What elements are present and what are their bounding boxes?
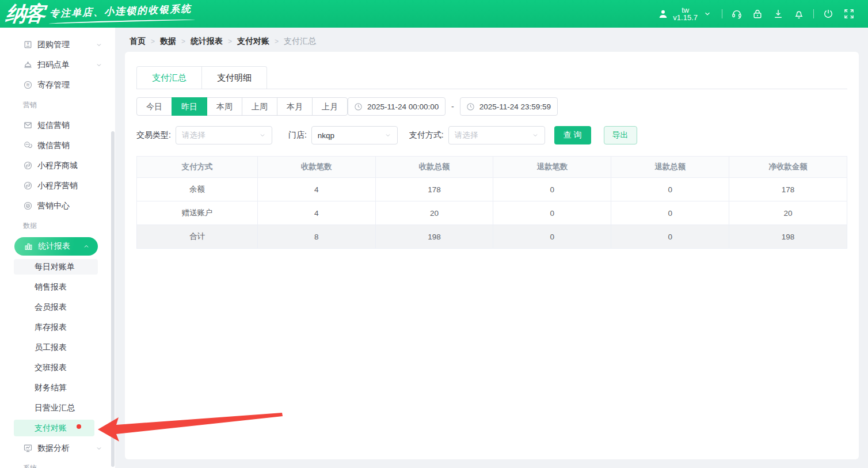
cell-net-amount: 20: [729, 201, 847, 225]
sidebar-subitem-staff-report[interactable]: 员工报表: [0, 337, 115, 357]
monitor-chart-icon: [23, 443, 33, 453]
sidebar-nav: ¥ 团购管理 扫码点单 寄 寄存管理 营销 短信营销 微信营销: [0, 28, 115, 468]
sidebar-scrollbar[interactable]: [111, 131, 115, 467]
divider: [813, 9, 814, 18]
shortcut-this-week-button[interactable]: 本周: [207, 97, 242, 116]
date-to-value: 2025-11-24 23:59:59: [479, 102, 551, 111]
shortcut-this-month-button[interactable]: 本月: [277, 97, 313, 116]
chevron-down-icon: [96, 445, 102, 452]
table-row-total: 合计 8 198 0 0 198: [137, 225, 847, 249]
sidebar-item-label: 扫码点单: [37, 60, 70, 70]
shortcut-last-week-button[interactable]: 上周: [242, 97, 277, 116]
sidebar-item-groupbuy[interactable]: ¥ 团购管理: [0, 35, 115, 55]
column-header-net-amount: 净收款金额: [729, 157, 847, 178]
shortcut-yesterday-button[interactable]: 昨日: [172, 97, 207, 116]
sidebar-subitem-payment-reconciliation[interactable]: 支付对账: [0, 418, 115, 438]
payment-summary-table: 支付方式 收款笔数 收款总额 退款笔数 退款总额 净收款金额 余额 4 178 …: [136, 156, 847, 249]
cell-refund-count: 0: [493, 201, 611, 225]
column-header-refund-total: 退款总额: [611, 157, 729, 178]
sidebar-section-data: 数据: [0, 216, 115, 236]
sidebar-subitem-label: 库存报表: [35, 322, 67, 333]
chevron-down-icon: [384, 132, 391, 139]
notification-bell-icon[interactable]: [793, 7, 805, 20]
sidebar-item-miniprogram-marketing[interactable]: 小程序营销: [0, 176, 115, 196]
tab-payment-detail[interactable]: 支付明细: [202, 66, 267, 89]
store-label: 门店:: [288, 130, 307, 140]
table-header-row: 支付方式 收款笔数 收款总额 退款笔数 退款总额 净收款金额: [137, 157, 847, 178]
logout-power-icon[interactable]: [822, 7, 835, 20]
chevron-down-icon: [259, 132, 266, 139]
lock-screen-icon[interactable]: [751, 7, 764, 20]
sidebar-subitem-daily-business-summary[interactable]: 日营业汇总: [0, 398, 115, 418]
cell-refund-total: 0: [611, 225, 729, 249]
column-header-receipt-total: 收款总额: [375, 157, 493, 178]
store-select[interactable]: nkqp: [311, 126, 398, 144]
cell-refund-count: 0: [493, 178, 611, 201]
breadcrumb-home[interactable]: 首页: [130, 36, 146, 47]
cell-net-amount: 178: [729, 178, 847, 201]
sidebar-item-label: 寄存管理: [37, 80, 70, 90]
logo-tagline: 专注单店、小连锁的收银系统: [50, 2, 192, 21]
cloche-icon: [23, 60, 33, 70]
sidebar-item-label: 统计报表: [38, 241, 70, 252]
miniprogram-icon: [23, 161, 33, 170]
sidebar-subitem-daily-statement[interactable]: 每日对账单: [0, 257, 115, 277]
sidebar-item-data-analysis[interactable]: 数据分析: [0, 438, 115, 458]
sidebar-item-label: 团购管理: [37, 40, 70, 50]
tab-bar: 支付汇总 支付明细: [136, 66, 847, 89]
sidebar-item-scan-order[interactable]: 扫码点单: [0, 55, 115, 75]
sidebar-subitem-sales-report[interactable]: 销售报表: [0, 277, 115, 297]
breadcrumb-separator: >: [181, 37, 185, 45]
date-from-input[interactable]: 2025-11-24 00:00:00: [348, 97, 446, 116]
query-button[interactable]: 查 询: [554, 126, 591, 144]
breadcrumb-data[interactable]: 数据: [160, 36, 176, 47]
fullscreen-icon[interactable]: [843, 7, 855, 20]
sidebar-item-label: 短信营销: [37, 120, 70, 131]
support-headset-icon[interactable]: [730, 7, 743, 20]
date-to-input[interactable]: 2025-11-24 23:59:59: [460, 97, 558, 116]
tab-payment-summary[interactable]: 支付汇总: [136, 66, 202, 89]
svg-text:寄: 寄: [26, 83, 30, 87]
sidebar-subitem-shift-report[interactable]: 交班报表: [0, 357, 115, 378]
cell-refund-total: 0: [611, 178, 729, 201]
sidebar-item-statistics-reports[interactable]: 统计报表: [14, 237, 98, 256]
cell-receipt-count: 4: [257, 201, 375, 225]
sidebar-subitem-inventory-report[interactable]: 库存报表: [0, 317, 115, 337]
sidebar-subitem-finance-settlement[interactable]: 财务结算: [0, 378, 115, 398]
sidebar-item-marketing-center[interactable]: 营销中心: [0, 196, 115, 216]
cell-receipt-total: 198: [375, 225, 493, 249]
breadcrumb-payment-reconciliation[interactable]: 支付对账: [237, 36, 269, 47]
breadcrumb-statistics[interactable]: 统计报表: [191, 36, 223, 47]
sidebar-subitem-label: 财务结算: [35, 383, 67, 393]
user-avatar-icon: [657, 7, 669, 20]
sidebar-item-wechat-marketing[interactable]: 微信营销: [0, 135, 115, 155]
breadcrumb-separator: >: [275, 37, 279, 45]
svg-text:¥: ¥: [27, 41, 29, 45]
shortcut-last-month-button[interactable]: 上月: [312, 97, 348, 116]
sidebar-item-miniprogram-mall[interactable]: 小程序商城: [0, 155, 115, 176]
app-logo: 纳客 专注单店、小连锁的收银系统: [0, 1, 192, 26]
cell-net-amount: 198: [729, 225, 847, 249]
clock-icon: [466, 102, 475, 111]
export-button[interactable]: 导出: [604, 126, 637, 144]
pay-method-select[interactable]: 请选择: [448, 126, 545, 144]
column-header-refund-count: 退款笔数: [493, 157, 611, 178]
cell-pay-method: 赠送账户: [137, 201, 258, 225]
trade-type-select[interactable]: 请选择: [176, 126, 272, 144]
sidebar-subitem-member-report[interactable]: 会员报表: [0, 297, 115, 317]
main-content: 首页 > 数据 > 统计报表 > 支付对账 > 支付汇总 支付汇总 支付明细 今…: [116, 28, 868, 468]
wechat-icon: [23, 140, 33, 150]
date-range-separator: -: [451, 102, 454, 111]
table-row-balance: 余额 4 178 0 0 178: [137, 178, 847, 201]
download-icon[interactable]: [772, 7, 785, 20]
user-menu[interactable]: tw v1.15.7: [657, 6, 714, 21]
pay-method-label: 支付方式:: [409, 130, 444, 140]
shortcut-today-button[interactable]: 今日: [136, 97, 172, 116]
column-header-receipt-count: 收款笔数: [257, 157, 375, 178]
sidebar-item-deposit[interactable]: 寄 寄存管理: [0, 75, 115, 95]
cell-refund-total: 0: [611, 201, 729, 225]
sidebar-section-marketing: 营销: [0, 95, 115, 115]
sidebar-item-sms-marketing[interactable]: 短信营销: [0, 115, 115, 135]
sidebar-item-label: 小程序商城: [37, 161, 78, 171]
sidebar-subitem-label: 会员报表: [35, 302, 67, 313]
